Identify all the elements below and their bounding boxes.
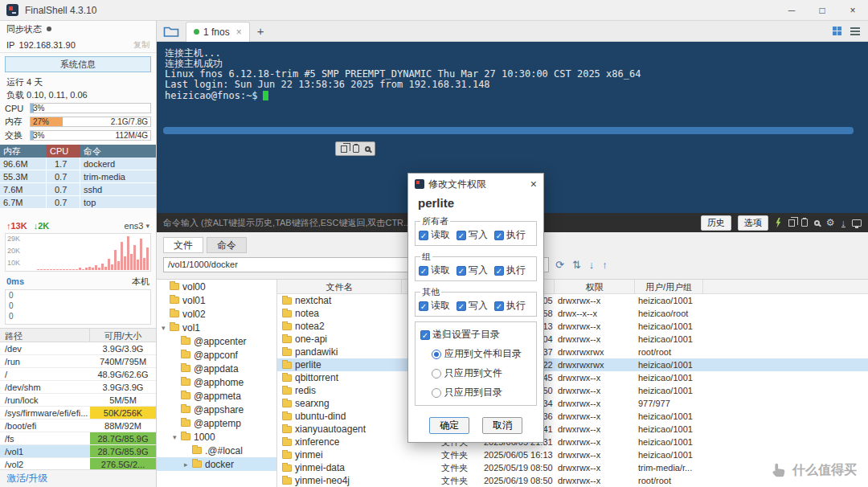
checkbox-icon[interactable] [494, 301, 504, 311]
file-panel-tab-文件[interactable]: 文件 [163, 237, 203, 253]
copy-ip-button[interactable]: 复制 [133, 39, 149, 51]
file-row[interactable]: perlite 文件夹 2025/06/22 16:22 drwxrwxrwx … [277, 358, 868, 371]
process-row[interactable]: 6.7M 0.7 top [0, 196, 156, 209]
split-screen-icon[interactable] [833, 27, 841, 35]
disk-row[interactable]: /boot/efi 88M/92M [0, 419, 156, 432]
permission-checkbox[interactable]: 写入 [457, 264, 488, 277]
column-header[interactable]: 文件名 [277, 280, 402, 293]
activate-upgrade-link[interactable]: 激活/升级 [0, 469, 156, 487]
tree-item[interactable]: .@#local [157, 444, 276, 457]
column-header[interactable]: 权限 [555, 280, 635, 293]
paste-icon[interactable] [801, 219, 808, 227]
recursive-mode-radio[interactable]: 只应用到文件 [432, 366, 531, 380]
tree-item[interactable]: @appcenter [157, 334, 276, 348]
file-row[interactable]: ubuntu-dind 文件夹 2025/06/22 21:36 drwxrwx… [277, 410, 868, 423]
interface-select[interactable]: ens3 [125, 221, 144, 231]
file-row[interactable]: notea2 文件夹 2025/06/22 21:13 drwxrwx--x h… [277, 320, 868, 333]
new-tab-button[interactable]: + [257, 24, 264, 38]
expander-icon[interactable]: ▾ [162, 324, 170, 332]
permission-checkbox[interactable]: 执行 [494, 228, 526, 242]
disk-row[interactable]: /run 740M/795M [0, 355, 156, 368]
checkbox-icon[interactable] [419, 231, 428, 240]
recursive-mode-radio[interactable]: 只应用到目录 [432, 386, 531, 399]
tree-item[interactable]: @appmeta [157, 389, 276, 403]
tree-item[interactable]: @apphome [157, 375, 276, 389]
checkbox-icon[interactable] [419, 301, 428, 311]
ok-button[interactable]: 确定 [429, 417, 469, 434]
command-input[interactable]: 命令输入 (按ALT键提示历史,TAB键路径,ESC键返回,双击CTR... [157, 217, 411, 229]
checkbox-icon[interactable] [494, 266, 504, 276]
column-header[interactable]: 用户/用户组 [635, 280, 703, 293]
disk-usage-header[interactable]: 可用/大小 [90, 329, 156, 342]
lightning-icon[interactable] [775, 218, 782, 228]
process-column-header[interactable]: 内存 [0, 145, 47, 158]
tree-item[interactable]: vol00 [157, 280, 276, 293]
radio-icon[interactable] [432, 369, 441, 379]
menu-icon[interactable] [850, 27, 860, 35]
copy-icon[interactable] [788, 219, 795, 227]
tree-item[interactable]: @apptemp [157, 416, 276, 430]
disk-row[interactable]: / 48.9G/62.6G [0, 368, 156, 381]
tree-item[interactable]: ▾ 1000 [157, 430, 276, 444]
permission-checkbox[interactable]: 读取 [419, 228, 450, 242]
system-info-button[interactable]: 系统信息 [5, 56, 151, 72]
permission-checkbox[interactable]: 执行 [494, 264, 526, 277]
tab-close-icon[interactable]: × [236, 27, 242, 38]
cancel-button[interactable]: 取消 [482, 417, 522, 434]
disk-row[interactable]: /fs 28.7G/85.9G [0, 432, 156, 445]
recursive-mode-radio[interactable]: 应用到文件和目录 [432, 347, 531, 361]
permission-checkbox[interactable]: 写入 [457, 299, 488, 313]
download-icon[interactable]: ↓ [589, 259, 595, 271]
checkbox-icon[interactable] [494, 231, 504, 240]
expander-icon[interactable]: ▾ [173, 433, 181, 441]
radio-icon[interactable] [432, 350, 441, 359]
checkbox-icon[interactable] [419, 266, 428, 276]
disk-row[interactable]: /dev 3.9G/3.9G [0, 342, 156, 355]
tree-item[interactable]: ▾ vol1 [157, 321, 276, 334]
tree-item[interactable]: @appshare [157, 403, 276, 416]
search-icon[interactable] [814, 220, 820, 226]
file-row[interactable]: redis 文件夹 2025/06/22 21:50 drwxrwx--x he… [277, 384, 868, 397]
file-row[interactable]: xinference 文件夹 2025/06/05 21:31 drwxrwx-… [277, 436, 868, 448]
connection-manager-button[interactable] [163, 25, 179, 38]
tree-item[interactable]: vol01 [157, 293, 276, 307]
checkbox-icon[interactable] [457, 301, 466, 311]
recursive-checkbox[interactable]: 递归设置子目录 [420, 328, 531, 342]
process-column-header[interactable]: CPU [47, 145, 80, 158]
minimize-button[interactable]: ─ [776, 0, 807, 20]
paste-icon[interactable] [353, 145, 359, 153]
session-tab[interactable]: 1 fnos × [186, 22, 250, 42]
file-row[interactable]: searxng 文件夹 2025/06/22 20:34 drwxrwx--x … [277, 397, 868, 410]
options-button[interactable]: 选项 [738, 215, 768, 231]
file-row[interactable]: notea 文件夹 2025/06/22 20:58 drwx--x--x he… [277, 307, 868, 320]
upload-icon[interactable]: ↑ [602, 259, 608, 271]
transfer-icon[interactable]: ⇅ [572, 259, 581, 271]
search-icon[interactable] [365, 146, 371, 152]
gear-icon[interactable]: ⚙ [826, 218, 835, 227]
file-row[interactable]: pandawiki 文件夹 2025/06/22 21:37 drwxrwxrw… [277, 346, 868, 358]
file-panel-tab-命令[interactable]: 命令 [207, 237, 247, 253]
permission-checkbox[interactable]: 读取 [419, 264, 450, 277]
maximize-button[interactable]: □ [807, 0, 837, 20]
dialog-close-button[interactable]: × [530, 178, 537, 190]
expander-icon[interactable]: ▸ [184, 460, 192, 469]
close-button[interactable]: × [837, 0, 868, 20]
terminal-scrollbar[interactable] [163, 127, 854, 134]
permission-checkbox[interactable]: 写入 [457, 228, 488, 242]
radio-icon[interactable] [432, 388, 441, 398]
process-row[interactable]: 96.6M 1.7 dockerd [0, 158, 156, 170]
file-row[interactable]: one-api 文件夹 2025/06/22 21:04 drwxrwx--x … [277, 333, 868, 346]
disk-row[interactable]: /dev/shm 3.9G/3.9G [0, 381, 156, 394]
permission-checkbox[interactable]: 执行 [494, 299, 526, 313]
monitor-icon[interactable] [852, 219, 862, 227]
checkbox-icon[interactable] [420, 330, 430, 340]
checkbox-icon[interactable] [457, 231, 466, 240]
disk-row[interactable]: /run/lock 5M/5M [0, 394, 156, 407]
file-row[interactable]: yinmei 文件夹 2025/06/05 16:13 drwxrwx--x h… [277, 448, 868, 461]
refresh-icon[interactable]: ⟳ [555, 259, 564, 271]
disk-row[interactable]: /vol1 28.7G/85.9G [0, 445, 156, 458]
process-row[interactable]: 55.3M 0.7 trim-media [0, 170, 156, 183]
permission-checkbox[interactable]: 读取 [419, 299, 450, 313]
file-row[interactable]: nextchat 文件夹 2025/06/22 21:05 drwxrwx--x… [277, 294, 868, 307]
file-row[interactable]: qbittorrent 文件夹 2025/06/22 21:45 drwxrwx… [277, 371, 868, 384]
